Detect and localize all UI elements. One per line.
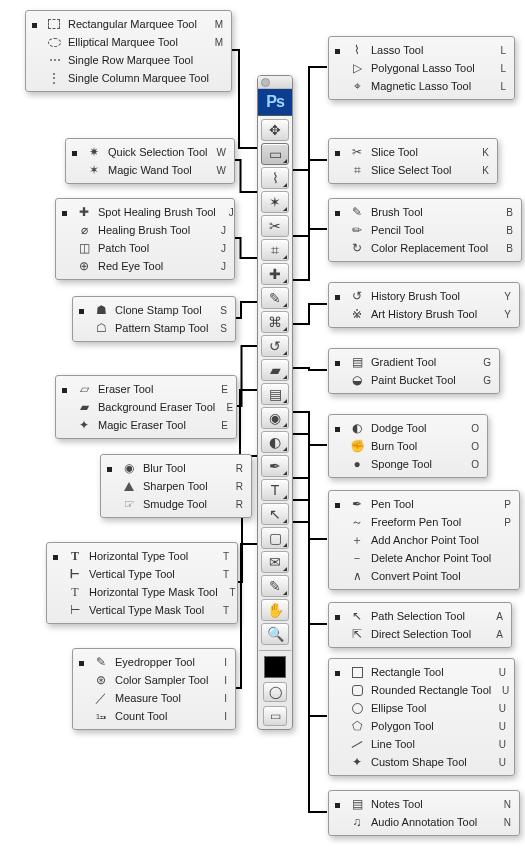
toolbar-brush-button[interactable]: ✎	[261, 287, 289, 309]
brush-brush-icon: ✎	[349, 204, 365, 220]
tool-item[interactable]: ☗Clone Stamp ToolS	[77, 301, 229, 319]
tool-item[interactable]: Ellipse ToolU	[333, 699, 508, 717]
toolbar-slice-button[interactable]: ⌗	[261, 239, 289, 261]
tool-item[interactable]: ⋯Single Row Marquee Tool	[30, 51, 225, 69]
tool-item[interactable]: 1₂₃Count ToolI	[77, 707, 229, 725]
type-T-icon: T	[67, 548, 83, 564]
tool-item[interactable]: ✎Eyedropper ToolI	[77, 653, 229, 671]
tool-item[interactable]: THorizontal Type Mask ToolT	[51, 583, 231, 601]
tool-item[interactable]: ✷Quick Selection ToolW	[70, 143, 228, 161]
toolbar-eraser-button[interactable]: ▰	[261, 359, 289, 381]
tool-item[interactable]: ▷Polygonal Lasso ToolL	[333, 59, 508, 77]
active-tool-indicator-icon	[335, 503, 340, 508]
tool-item[interactable]: ✊Burn ToolO	[333, 437, 481, 455]
tool-item[interactable]: Rectangle ToolU	[333, 663, 508, 681]
toolbar-type-button[interactable]: T	[261, 479, 289, 501]
tool-item[interactable]: Elliptical Marquee ToolM	[30, 33, 225, 51]
flyout-indicator-icon	[283, 303, 287, 307]
quick-mask-button[interactable]: ◯	[263, 682, 287, 702]
tool-item[interactable]: Rectangular Marquee ToolM	[30, 15, 225, 33]
toolbar-gradient-button[interactable]: ▤	[261, 383, 289, 405]
tool-item[interactable]: ⌀Healing Brush ToolJ	[60, 221, 228, 239]
tool-item[interactable]: ～Freeform Pen ToolP	[333, 513, 513, 531]
tool-item[interactable]: THorizontal Type ToolT	[51, 547, 231, 565]
tool-item[interactable]: ⌗Slice Select ToolK	[333, 161, 491, 179]
tool-item[interactable]: ▱Eraser ToolE	[60, 380, 230, 398]
tool-item[interactable]: ↖Path Selection ToolA	[333, 607, 505, 625]
toolbar-zoom-button[interactable]: 🔍	[261, 623, 289, 645]
tool-item[interactable]: ✶Magic Wand ToolW	[70, 161, 228, 179]
foreground-color-swatch[interactable]	[264, 656, 286, 678]
tool-item[interactable]: ⌖Magnetic Lasso ToolL	[333, 77, 508, 95]
tool-item[interactable]: ✏Pencil ToolB	[333, 221, 515, 239]
tool-item[interactable]: ▰Background Eraser ToolE	[60, 398, 230, 416]
tool-item[interactable]: ◐Dodge ToolO	[333, 419, 481, 437]
tool-item[interactable]: ●Sponge ToolO	[333, 455, 481, 473]
pen-conv-icon: ∧	[349, 568, 365, 584]
tool-item[interactable]: ↺History Brush ToolY	[333, 287, 513, 305]
toolbar-pathsel-button[interactable]: ↖	[261, 503, 289, 525]
tool-item[interactable]: ◫Patch ToolJ	[60, 239, 228, 257]
toolbar-quicksel-button[interactable]: ✶	[261, 191, 289, 213]
tool-item[interactable]: ♫Audio Annotation ToolN	[333, 813, 513, 831]
toolbar-stamp-button[interactable]: ⌘	[261, 311, 289, 333]
toolbar-move-button[interactable]: ✥	[261, 119, 289, 141]
tool-item[interactable]: ⊢Vertical Type ToolT	[51, 565, 231, 583]
tool-item[interactable]: ⌇Lasso ToolL	[333, 41, 508, 59]
tool-name-label: Add Anchor Point Tool	[371, 534, 493, 546]
screen-mode-button[interactable]: ▭	[263, 706, 287, 726]
toolbar-eyedrop-button[interactable]: ✎	[261, 575, 289, 597]
flyout-type: THorizontal Type ToolT⊢Vertical Type Too…	[46, 542, 238, 624]
tool-item[interactable]: ＋Add Anchor Point Tool	[333, 531, 513, 549]
toolbar-dodge-button[interactable]: ◐	[261, 431, 289, 453]
toolbar-pen-button[interactable]: ✒	[261, 455, 289, 477]
heal-eye-icon: ⊕	[76, 258, 92, 274]
marquee-dots-h-icon: ⋯	[46, 52, 62, 68]
tool-shortcut-label: B	[499, 243, 513, 254]
tool-item[interactable]: ⋮Single Column Marquee Tool	[30, 69, 225, 87]
toolbar-blur-button[interactable]: ◉	[261, 407, 289, 429]
tool-item[interactable]: ✂Slice ToolK	[333, 143, 491, 161]
tool-item[interactable]: ／Measure ToolI	[77, 689, 229, 707]
tool-item[interactable]: ✦Custom Shape ToolU	[333, 753, 508, 771]
tool-item[interactable]: －Delete Anchor Point Tool	[333, 549, 513, 567]
tool-item[interactable]: ⊢Vertical Type Mask ToolT	[51, 601, 231, 619]
tool-item[interactable]: ◉Blur ToolR	[105, 459, 245, 477]
toolbar-shape-button[interactable]: ▢	[261, 527, 289, 549]
tool-item[interactable]: ⬠Polygon ToolU	[333, 717, 508, 735]
tool-name-label: Red Eye Tool	[98, 260, 208, 272]
toolbar-lasso-button[interactable]: ⌇	[261, 167, 289, 189]
tool-item[interactable]: ⊛Color Sampler ToolI	[77, 671, 229, 689]
tool-item[interactable]: ⊕Red Eye ToolJ	[60, 257, 228, 275]
shape-line-icon	[349, 736, 365, 752]
stamp-stamp-icon: ☗	[93, 302, 109, 318]
tool-item[interactable]: ✚Spot Healing Brush ToolJ	[60, 203, 228, 221]
toolbar-hist-button[interactable]: ↺	[261, 335, 289, 357]
toolbar-marquee-button[interactable]: ▭	[261, 143, 289, 165]
tool-item[interactable]: ◒Paint Bucket ToolG	[333, 371, 493, 389]
tool-item[interactable]: ✎Brush ToolB	[333, 203, 515, 221]
tool-item[interactable]: Sharpen ToolR	[105, 477, 245, 495]
tool-item[interactable]: ▤Gradient ToolG	[333, 353, 493, 371]
tool-item[interactable]: ☞Smudge ToolR	[105, 495, 245, 513]
active-tool-indicator-icon	[335, 151, 340, 156]
active-tool-indicator-icon	[62, 388, 67, 393]
tool-item[interactable]: ↻Color Replacement ToolB	[333, 239, 515, 257]
toolbar-heal-button[interactable]: ✚	[261, 263, 289, 285]
flyout-pathsel: ↖Path Selection ToolA⇱Direct Selection T…	[328, 602, 512, 648]
tool-item[interactable]: Rounded Rectangle ToolU	[333, 681, 508, 699]
tool-item[interactable]: ☖Pattern Stamp ToolS	[77, 319, 229, 337]
toolbar-crop-button[interactable]: ✂	[261, 215, 289, 237]
tool-item[interactable]: ∧Convert Point Tool	[333, 567, 513, 585]
tool-item[interactable]: ▤Notes ToolN	[333, 795, 513, 813]
active-tool-indicator-icon	[79, 661, 84, 666]
toolbar-hand-button[interactable]: ✋	[261, 599, 289, 621]
tool-item[interactable]: Line ToolU	[333, 735, 508, 753]
tool-item[interactable]: ※Art History Brush ToolY	[333, 305, 513, 323]
tool-item[interactable]: ✦Magic Eraser ToolE	[60, 416, 230, 434]
blur-smud-icon: ☞	[121, 496, 137, 512]
tool-item[interactable]: ⇱Direct Selection ToolA	[333, 625, 505, 643]
tool-item[interactable]: ✒Pen ToolP	[333, 495, 513, 513]
toolbar-notes-button[interactable]: ✉	[261, 551, 289, 573]
close-icon[interactable]	[261, 78, 270, 87]
